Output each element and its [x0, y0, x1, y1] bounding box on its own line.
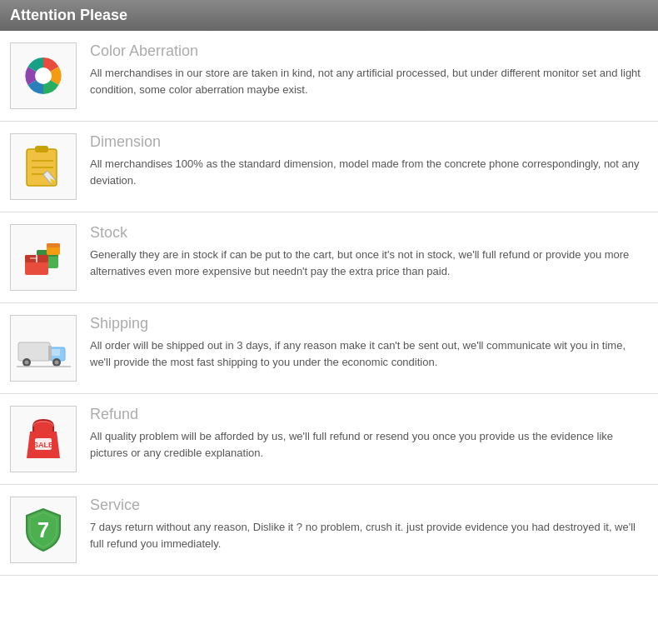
desc-shipping: All order will be shipped out in 3 days,… [90, 337, 648, 370]
text-stock: Stock Generally they are in stock if can… [90, 224, 648, 279]
desc-refund: All quality problem will be afforded by … [90, 428, 648, 461]
desc-dimension: All merchandises 100% as the standard di… [90, 156, 648, 188]
item-refund: SALE Refund All quality problem will be … [0, 394, 658, 485]
desc-service: 7 days return without any reason, Dislik… [90, 519, 648, 552]
title-stock: Stock [90, 224, 648, 242]
text-shipping: Shipping All order will be shipped out i… [90, 315, 648, 370]
svg-point-0 [35, 67, 52, 84]
svg-text:SALE: SALE [33, 441, 53, 449]
svg-point-24 [54, 361, 58, 365]
svg-point-22 [24, 361, 28, 365]
icon-color-aberration [10, 42, 77, 109]
icon-shipping [10, 315, 77, 382]
title-refund: Refund [90, 406, 648, 423]
item-shipping: Shipping All order will be shipped out i… [0, 303, 658, 394]
text-color-aberration: Color Aberration All merchandises in our… [90, 42, 648, 97]
svg-rect-16 [47, 243, 60, 247]
desc-color-aberration: All merchandises in our store are taken … [90, 65, 648, 97]
text-dimension: Dimension All merchandises 100% as the s… [90, 133, 648, 188]
icon-service: 7 [10, 497, 77, 563]
header: Attention Please [0, 0, 658, 31]
header-title: Attention Please [10, 7, 127, 23]
title-dimension: Dimension [90, 133, 648, 151]
title-color-aberration: Color Aberration [90, 42, 648, 60]
icon-refund: SALE [10, 406, 77, 472]
text-refund: Refund All quality problem will be affor… [90, 406, 648, 461]
svg-rect-17 [18, 342, 50, 361]
item-service: 7 Service 7 days return without any reas… [0, 485, 658, 576]
icon-stock [10, 224, 77, 291]
svg-rect-19 [52, 349, 60, 356]
title-service: Service [90, 497, 648, 514]
item-dimension: Dimension All merchandises 100% as the s… [0, 122, 658, 212]
desc-stock: Generally they are in stock if can be pu… [90, 247, 648, 279]
item-stock: Stock Generally they are in stock if can… [0, 212, 658, 303]
item-color-aberration: Color Aberration All merchandises in our… [0, 31, 658, 122]
svg-rect-3 [35, 146, 48, 152]
icon-dimension [10, 133, 77, 200]
svg-rect-20 [48, 346, 52, 361]
svg-text:7: 7 [37, 517, 49, 542]
title-shipping: Shipping [90, 315, 648, 332]
text-service: Service 7 days return without any reason… [90, 497, 648, 552]
